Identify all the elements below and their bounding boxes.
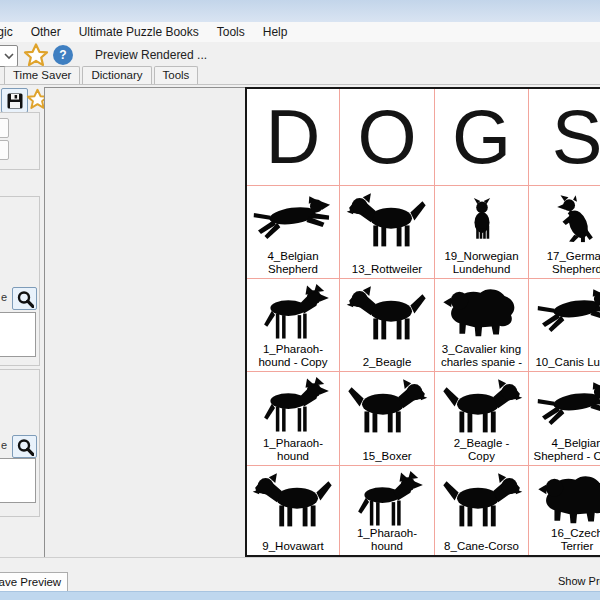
grid-cell: 13_Rottweiler (339, 185, 434, 278)
menu-item[interactable]: Ultimate Puzzle Books (70, 25, 208, 39)
dog-silhouette (438, 470, 526, 528)
preview-page: DOGS4_Belgian Shepherd13_Rottweiler19_No… (245, 87, 600, 557)
cell-label: 8_Cane-Corso (435, 540, 528, 553)
grid-cell: 1_Pharaoh- hound (339, 465, 434, 555)
tab-dictionary[interactable]: Dictionary (82, 66, 151, 84)
grid-cell: 10_Canis Lupus (528, 278, 600, 371)
tabbar: Time SaverDictionaryTools (0, 67, 600, 85)
save-file-button[interactable] (1, 88, 28, 113)
menu-item[interactable]: Tools (208, 25, 254, 39)
menubar: LogicOtherUltimate Puzzle BooksToolsHelp (0, 22, 600, 42)
cell-label: 2_Beagle - Copy (435, 437, 528, 463)
title-cell: D (247, 89, 339, 185)
grid-cell: 8_Cane-Corso (434, 465, 528, 555)
magnifier-icon (16, 290, 34, 308)
dog-silhouette (249, 470, 337, 528)
preview-grid: DOGS4_Belgian Shepherd13_Rottweiler19_No… (247, 89, 600, 555)
cell-label: 3_Cavalier king charles spanie - (435, 343, 528, 369)
title-cell: G (434, 89, 528, 185)
spinner-stub[interactable] (0, 118, 9, 138)
status-text: Preview Rendered ... (95, 48, 207, 62)
save-preview-button[interactable]: Save Preview (0, 572, 68, 592)
cell-label: 1_Pharaoh- hound (340, 527, 434, 553)
dog-silhouette (531, 376, 600, 434)
show-preview-label[interactable]: Show Preview (558, 575, 600, 587)
grid-cell: 17_German Shepherd (528, 185, 600, 278)
dog-silhouette (343, 283, 431, 341)
dog-silhouette (343, 190, 431, 248)
panel-label-fragment: e (1, 291, 7, 303)
cell-label: 10_Canis Lupus (529, 356, 600, 369)
tab-time-saver[interactable]: Time Saver (4, 66, 80, 84)
grid-cell: 2_Beagle - Copy (434, 371, 528, 465)
grid-cell: 1_Pharaoh- hound - Copy (247, 278, 339, 371)
help-icon[interactable]: ? (53, 45, 73, 65)
dog-silhouette (535, 470, 600, 528)
cell-label: 4_Belgian Shepherd - Copy (529, 437, 600, 463)
save-icon (6, 92, 24, 110)
dog-silhouette (531, 283, 600, 341)
menu-item[interactable]: Help (254, 25, 297, 39)
zoom-button[interactable] (12, 435, 37, 458)
grid-cell: 16_Czech Terrier (528, 465, 600, 555)
dog-silhouette (440, 283, 524, 341)
dog-silhouette (348, 468, 426, 530)
cell-label: 16_Czech Terrier (529, 527, 600, 553)
grid-cell: 15_Boxer (339, 371, 434, 465)
cell-label: 15_Boxer (340, 450, 434, 463)
title-cell: O (339, 89, 434, 185)
grid-cell: 2_Beagle (339, 278, 434, 371)
dog-silhouette (254, 374, 332, 436)
grid-cell: 1_Pharaoh- hound (247, 371, 339, 465)
zoom-button[interactable] (12, 287, 37, 310)
chevron-down-icon (4, 52, 14, 60)
grid-cell: 4_Belgian Shepherd (247, 185, 339, 278)
magnifier-icon (16, 438, 34, 456)
grid-cell: 4_Belgian Shepherd - Copy (528, 371, 600, 465)
cell-label: 19_Norwegian Lundehund (435, 250, 528, 276)
edit-settings-box[interactable]: Edit ings (0, 312, 36, 357)
dropdown-button[interactable] (0, 45, 18, 67)
tab-tools[interactable]: Tools (154, 66, 199, 84)
dog-silhouette (544, 188, 600, 250)
grid-cell: 9_Hovawart (247, 465, 339, 555)
menu-item[interactable]: Other (22, 25, 70, 39)
title-cell: S (528, 89, 600, 185)
title-letter: O (357, 99, 416, 175)
edit-settings-box[interactable]: Edit ings (0, 458, 36, 503)
dog-silhouette (254, 281, 332, 343)
cell-label: 2_Beagle (340, 356, 434, 369)
cell-label: 4_Belgian Shepherd (247, 250, 339, 276)
grid-cell: 3_Cavalier king charles spanie - (434, 278, 528, 371)
dog-silhouette (453, 190, 511, 248)
title-letter: S (552, 99, 600, 175)
panel-label-fragment: e (1, 439, 7, 451)
window-titlebar (0, 0, 600, 22)
title-letter: G (452, 99, 511, 175)
window-bottom-strip (0, 591, 600, 600)
cell-label: 9_Hovawart (247, 540, 339, 553)
title-letter: D (266, 99, 321, 175)
cell-label: 1_Pharaoh- hound (247, 437, 339, 463)
bottom-bar (0, 557, 600, 591)
dog-silhouette (247, 190, 339, 248)
preview-canvas (44, 87, 245, 557)
cell-label: 13_Rottweiler (340, 263, 434, 276)
grid-cell: 19_Norwegian Lundehund (434, 185, 528, 278)
dog-silhouette (343, 376, 431, 434)
menu-item[interactable]: Logic (0, 25, 22, 39)
spinner-stub[interactable] (0, 140, 9, 160)
cell-label: 17_German Shepherd (529, 250, 600, 276)
dog-silhouette (438, 376, 526, 434)
cell-label: 1_Pharaoh- hound - Copy (247, 343, 339, 369)
toolbar (0, 42, 600, 67)
favorite-star-icon[interactable] (23, 42, 49, 68)
